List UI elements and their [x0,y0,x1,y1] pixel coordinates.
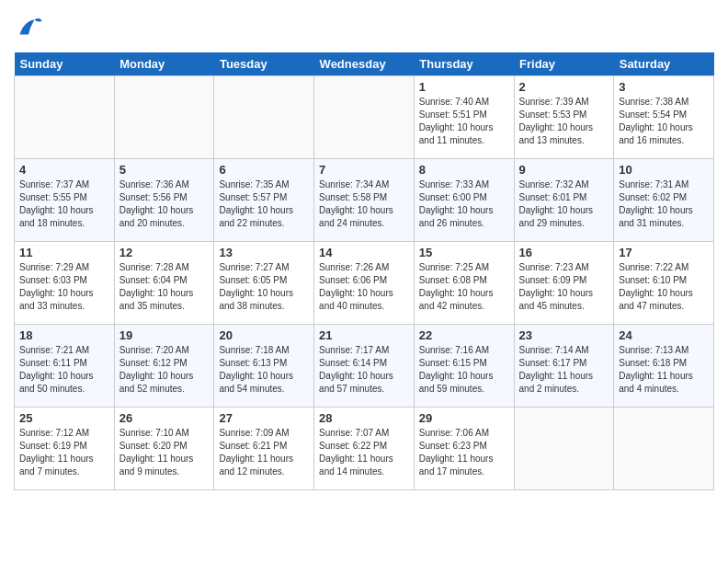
calendar-cell: 9Sunrise: 7:32 AM Sunset: 6:01 PM Daylig… [514,159,614,242]
day-info: Sunrise: 7:36 AM Sunset: 5:56 PM Dayligh… [119,178,210,230]
calendar-header-friday: Friday [514,52,614,76]
day-info: Sunrise: 7:32 AM Sunset: 6:01 PM Dayligh… [519,178,609,230]
day-info: Sunrise: 7:26 AM Sunset: 6:06 PM Dayligh… [319,261,409,313]
calendar-cell: 28Sunrise: 7:07 AM Sunset: 6:22 PM Dayli… [314,408,415,490]
calendar-cell [314,76,415,159]
calendar-cell: 26Sunrise: 7:10 AM Sunset: 6:20 PM Dayli… [114,408,214,490]
calendar-week-1: 1Sunrise: 7:40 AM Sunset: 5:51 PM Daylig… [15,76,714,159]
day-number: 7 [319,163,409,177]
day-number: 4 [19,163,109,177]
day-info: Sunrise: 7:28 AM Sunset: 6:04 PM Dayligh… [119,261,210,313]
day-info: Sunrise: 7:09 AM Sunset: 6:21 PM Dayligh… [219,427,309,478]
calendar-header-tuesday: Tuesday [214,52,314,76]
calendar-cell [214,76,314,159]
calendar-week-3: 11Sunrise: 7:29 AM Sunset: 6:03 PM Dayli… [15,242,714,325]
calendar-cell: 21Sunrise: 7:17 AM Sunset: 6:14 PM Dayli… [314,325,415,408]
day-number: 18 [19,328,109,342]
calendar-cell: 18Sunrise: 7:21 AM Sunset: 6:11 PM Dayli… [15,325,115,408]
day-info: Sunrise: 7:39 AM Sunset: 5:53 PM Dayligh… [519,96,609,147]
day-number: 3 [619,80,709,94]
calendar-cell: 22Sunrise: 7:16 AM Sunset: 6:15 PM Dayli… [414,325,514,408]
calendar-cell [614,408,714,490]
calendar-cell: 13Sunrise: 7:27 AM Sunset: 6:05 PM Dayli… [214,242,314,325]
day-info: Sunrise: 7:23 AM Sunset: 6:09 PM Dayligh… [519,261,609,313]
calendar-cell: 2Sunrise: 7:39 AM Sunset: 5:53 PM Daylig… [514,76,614,159]
day-number: 22 [419,328,509,342]
day-number: 26 [119,411,210,425]
day-number: 16 [519,246,609,259]
day-number: 5 [119,163,210,177]
day-number: 8 [419,163,509,177]
day-info: Sunrise: 7:29 AM Sunset: 6:03 PM Dayligh… [19,261,109,313]
day-number: 15 [419,246,509,259]
calendar-cell [114,76,214,159]
day-number: 24 [619,328,709,342]
day-info: Sunrise: 7:31 AM Sunset: 6:02 PM Dayligh… [619,178,709,230]
day-info: Sunrise: 7:21 AM Sunset: 6:11 PM Dayligh… [19,344,109,396]
day-info: Sunrise: 7:34 AM Sunset: 5:58 PM Dayligh… [319,178,409,230]
day-number: 28 [319,411,409,425]
day-number: 9 [519,163,609,177]
calendar-header-thursday: Thursday [414,52,514,76]
day-number: 10 [619,163,709,177]
day-info: Sunrise: 7:18 AM Sunset: 6:13 PM Dayligh… [219,344,309,396]
page-header [14,14,714,43]
calendar-cell: 20Sunrise: 7:18 AM Sunset: 6:13 PM Dayli… [214,325,314,408]
calendar-cell: 16Sunrise: 7:23 AM Sunset: 6:09 PM Dayli… [514,242,614,325]
day-number: 11 [19,246,109,259]
calendar-cell: 24Sunrise: 7:13 AM Sunset: 6:18 PM Dayli… [614,325,714,408]
day-number: 19 [119,328,210,342]
calendar-cell: 15Sunrise: 7:25 AM Sunset: 6:08 PM Dayli… [414,242,514,325]
calendar-week-5: 25Sunrise: 7:12 AM Sunset: 6:19 PM Dayli… [15,408,714,490]
calendar-table: SundayMondayTuesdayWednesdayThursdayFrid… [14,52,714,490]
day-info: Sunrise: 7:22 AM Sunset: 6:10 PM Dayligh… [619,261,709,313]
day-info: Sunrise: 7:25 AM Sunset: 6:08 PM Dayligh… [419,261,509,313]
day-info: Sunrise: 7:13 AM Sunset: 6:18 PM Dayligh… [619,344,709,396]
calendar-cell: 14Sunrise: 7:26 AM Sunset: 6:06 PM Dayli… [314,242,415,325]
day-number: 12 [119,246,210,259]
calendar-cell: 23Sunrise: 7:14 AM Sunset: 6:17 PM Dayli… [514,325,614,408]
day-info: Sunrise: 7:33 AM Sunset: 6:00 PM Dayligh… [419,178,509,230]
day-number: 25 [19,411,109,425]
calendar-week-2: 4Sunrise: 7:37 AM Sunset: 5:55 PM Daylig… [15,159,714,242]
day-number: 1 [419,80,509,94]
day-number: 21 [319,328,409,342]
day-info: Sunrise: 7:27 AM Sunset: 6:05 PM Dayligh… [219,261,309,313]
calendar-cell: 1Sunrise: 7:40 AM Sunset: 5:51 PM Daylig… [414,76,514,159]
calendar-cell [514,408,614,490]
day-info: Sunrise: 7:37 AM Sunset: 5:55 PM Dayligh… [19,178,109,230]
calendar-header-monday: Monday [114,52,214,76]
day-number: 2 [519,80,609,94]
day-info: Sunrise: 7:17 AM Sunset: 6:14 PM Dayligh… [319,344,409,396]
calendar-header-sunday: Sunday [15,52,115,76]
day-info: Sunrise: 7:10 AM Sunset: 6:20 PM Dayligh… [119,427,210,478]
day-number: 20 [219,328,309,342]
calendar-header-saturday: Saturday [614,52,714,76]
day-info: Sunrise: 7:12 AM Sunset: 6:19 PM Dayligh… [19,427,109,478]
day-info: Sunrise: 7:35 AM Sunset: 5:57 PM Dayligh… [219,178,309,230]
calendar-header-row: SundayMondayTuesdayWednesdayThursdayFrid… [15,52,714,76]
day-info: Sunrise: 7:20 AM Sunset: 6:12 PM Dayligh… [119,344,210,396]
calendar-cell: 5Sunrise: 7:36 AM Sunset: 5:56 PM Daylig… [114,159,214,242]
day-info: Sunrise: 7:07 AM Sunset: 6:22 PM Dayligh… [319,427,409,478]
calendar-cell: 12Sunrise: 7:28 AM Sunset: 6:04 PM Dayli… [114,242,214,325]
day-number: 13 [219,246,309,259]
calendar-cell [15,76,115,159]
calendar-week-4: 18Sunrise: 7:21 AM Sunset: 6:11 PM Dayli… [15,325,714,408]
calendar-cell: 6Sunrise: 7:35 AM Sunset: 5:57 PM Daylig… [214,159,314,242]
calendar-cell: 4Sunrise: 7:37 AM Sunset: 5:55 PM Daylig… [15,159,115,242]
calendar-cell: 8Sunrise: 7:33 AM Sunset: 6:00 PM Daylig… [414,159,514,242]
day-number: 27 [219,411,309,425]
calendar-cell: 19Sunrise: 7:20 AM Sunset: 6:12 PM Dayli… [114,325,214,408]
day-number: 14 [319,246,409,259]
calendar-cell: 29Sunrise: 7:06 AM Sunset: 6:23 PM Dayli… [414,408,514,490]
day-number: 23 [519,328,609,342]
day-info: Sunrise: 7:40 AM Sunset: 5:51 PM Dayligh… [419,96,509,147]
day-info: Sunrise: 7:38 AM Sunset: 5:54 PM Dayligh… [619,96,709,147]
calendar-cell: 27Sunrise: 7:09 AM Sunset: 6:21 PM Dayli… [214,408,314,490]
logo [14,14,49,43]
day-info: Sunrise: 7:06 AM Sunset: 6:23 PM Dayligh… [419,427,509,478]
calendar-cell: 25Sunrise: 7:12 AM Sunset: 6:19 PM Dayli… [15,408,115,490]
calendar-header-wednesday: Wednesday [314,52,415,76]
calendar-cell: 10Sunrise: 7:31 AM Sunset: 6:02 PM Dayli… [614,159,714,242]
